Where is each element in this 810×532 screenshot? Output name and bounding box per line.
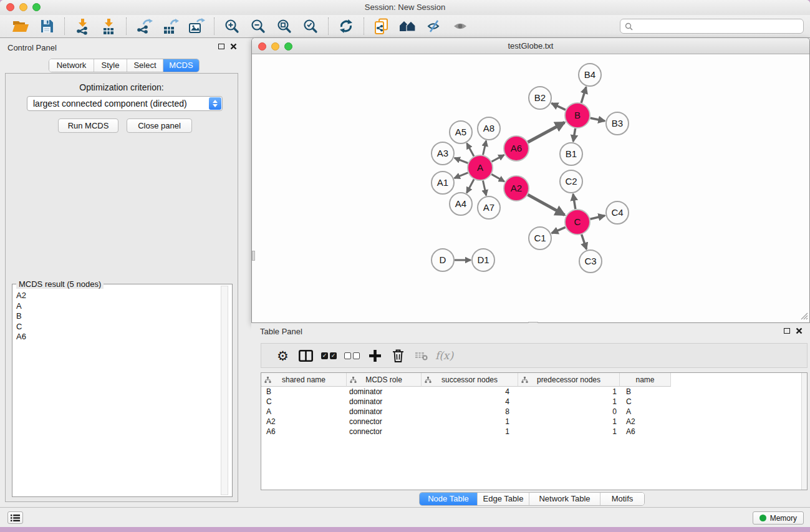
splitter-handle[interactable] (252, 251, 255, 261)
table-row[interactable]: Bdominator41B (261, 387, 807, 397)
optimization-criterion-dropdown[interactable]: largest connected component (directed) (27, 96, 223, 111)
delete-column-icon[interactable] (387, 346, 410, 365)
tab-node-table[interactable]: Node Table (420, 493, 478, 505)
result-item[interactable]: A6 (16, 332, 232, 342)
refresh-layout-icon[interactable] (333, 16, 359, 36)
select-all-icon[interactable]: ✓✓ (317, 346, 340, 365)
table-cell[interactable]: dominator (347, 407, 422, 417)
graph-edge-B-B2[interactable] (552, 104, 566, 110)
graph-edge-C-C4[interactable] (590, 216, 605, 220)
table-cell[interactable]: A2 (620, 417, 671, 427)
table-cell[interactable]: 0 (518, 407, 620, 417)
graph-edge-C-C1[interactable] (552, 227, 566, 233)
table-cell[interactable]: connector (347, 417, 422, 427)
table-cell[interactable]: 1 (518, 397, 620, 407)
import-network-icon[interactable] (69, 16, 95, 36)
zoom-out-icon[interactable] (245, 16, 271, 36)
zoom-window-button[interactable] (32, 3, 41, 11)
duplicate-network-icon[interactable] (369, 16, 395, 36)
graph-edge-A-A6[interactable] (492, 155, 504, 162)
table-row[interactable]: Cdominator41C (261, 397, 807, 407)
graph-edge-A-A4[interactable] (466, 180, 474, 193)
show-columns-icon[interactable] (294, 346, 317, 365)
table-cell[interactable]: 1 (422, 417, 518, 427)
close-panel-button[interactable]: Close panel (127, 118, 192, 133)
table-cell[interactable]: A6 (261, 427, 347, 437)
minimize-window-button[interactable] (19, 3, 27, 11)
table-cell[interactable]: C (620, 397, 671, 407)
table-row[interactable]: Adominator80A (261, 407, 807, 417)
tab-mcds[interactable]: MCDS (163, 59, 199, 72)
table-cell[interactable]: A (620, 407, 671, 417)
search-input[interactable] (636, 22, 799, 31)
result-item[interactable]: A2 (16, 291, 232, 301)
column-header-mcds-role[interactable]: MCDS role (347, 373, 422, 387)
table-row[interactable]: A2connector11A2 (261, 417, 807, 427)
show-graphics-details-icon[interactable] (447, 16, 473, 36)
table-cell[interactable]: A (261, 407, 347, 417)
function-builder-icon[interactable]: f(x) (433, 346, 456, 365)
graph-edge-A-A7[interactable] (483, 181, 486, 196)
export-image-icon[interactable] (183, 16, 210, 36)
close-window-button[interactable] (6, 3, 14, 11)
graph-edge-C-C3[interactable] (582, 235, 587, 249)
result-item[interactable]: A (16, 301, 232, 312)
tab-style[interactable]: Style (94, 59, 127, 72)
close-panel-icon[interactable] (230, 43, 237, 50)
table-cell[interactable]: A2 (261, 417, 347, 427)
dropdown-stepper-icon[interactable] (209, 97, 221, 110)
table-settings-icon[interactable]: ⚙ (271, 346, 294, 365)
table-cell[interactable]: 1 (518, 417, 620, 427)
tab-motifs[interactable]: Motifs (600, 493, 644, 505)
export-table-icon[interactable] (157, 16, 183, 36)
result-item[interactable]: B (16, 311, 232, 322)
tab-network[interactable]: Network (49, 59, 94, 72)
import-table-icon[interactable] (95, 16, 122, 36)
graph-edge-A-A8[interactable] (483, 141, 486, 155)
graph-edge-A-A2[interactable] (491, 174, 504, 181)
first-neighbors-icon[interactable] (395, 16, 421, 36)
table-cell[interactable]: C (261, 397, 347, 407)
result-scrollbar[interactable] (221, 286, 228, 495)
graph-edge-A-A5[interactable] (467, 143, 474, 157)
save-session-icon[interactable] (34, 16, 60, 36)
table-cell[interactable]: connector (347, 427, 422, 437)
table-cell[interactable]: A6 (620, 427, 671, 437)
close-table-panel-icon[interactable] (796, 327, 803, 334)
table-cell[interactable]: B (620, 387, 671, 397)
network-graph[interactable]: AA1A2A3A4A5A6A7A8BB1B2B3B4CC1C2C3C4DD1 (252, 55, 808, 322)
table-scrollbar[interactable] (801, 373, 807, 490)
graph-edge-C-C2[interactable] (573, 194, 576, 209)
table-cell[interactable]: 4 (422, 387, 518, 397)
task-history-button[interactable] (7, 511, 23, 524)
resize-grip-icon[interactable] (800, 312, 808, 320)
column-header-successor-nodes[interactable]: successor nodes (422, 373, 518, 387)
graph-edge-B-B3[interactable] (591, 118, 605, 121)
tab-edge-table[interactable]: Edge Table (478, 493, 529, 505)
close-view-button[interactable] (258, 42, 266, 51)
float-table-panel-icon[interactable] (784, 328, 790, 334)
tab-select[interactable]: Select (127, 59, 163, 72)
zoom-view-button[interactable] (284, 42, 292, 51)
run-mcds-button[interactable]: Run MCDS (58, 118, 118, 133)
graph-edge-A6-B[interactable] (528, 122, 564, 142)
float-panel-icon[interactable] (218, 44, 224, 49)
graph-edge-A-A3[interactable] (455, 158, 468, 163)
deselect-all-icon[interactable] (340, 346, 364, 365)
table-row[interactable]: A6connector11A6 (261, 427, 807, 437)
graph-edge-B-B1[interactable] (573, 128, 575, 142)
zoom-selected-icon[interactable] (297, 16, 324, 36)
column-header-name[interactable]: name (620, 373, 671, 387)
column-header-shared-name[interactable]: shared name (261, 373, 347, 387)
result-item[interactable]: C (16, 322, 232, 332)
memory-button[interactable]: Memory (753, 511, 804, 525)
hide-graphics-details-icon[interactable] (421, 16, 447, 36)
add-column-icon[interactable] (364, 346, 387, 365)
open-session-icon[interactable] (7, 16, 34, 36)
tab-network-table[interactable]: Network Table (529, 493, 600, 505)
graph-edge-A2-C[interactable] (528, 195, 564, 215)
table-cell[interactable]: 8 (422, 407, 518, 417)
zoom-fit-icon[interactable] (271, 16, 297, 36)
table-cell[interactable]: 4 (422, 397, 518, 407)
table-cell[interactable]: 1 (422, 427, 518, 437)
